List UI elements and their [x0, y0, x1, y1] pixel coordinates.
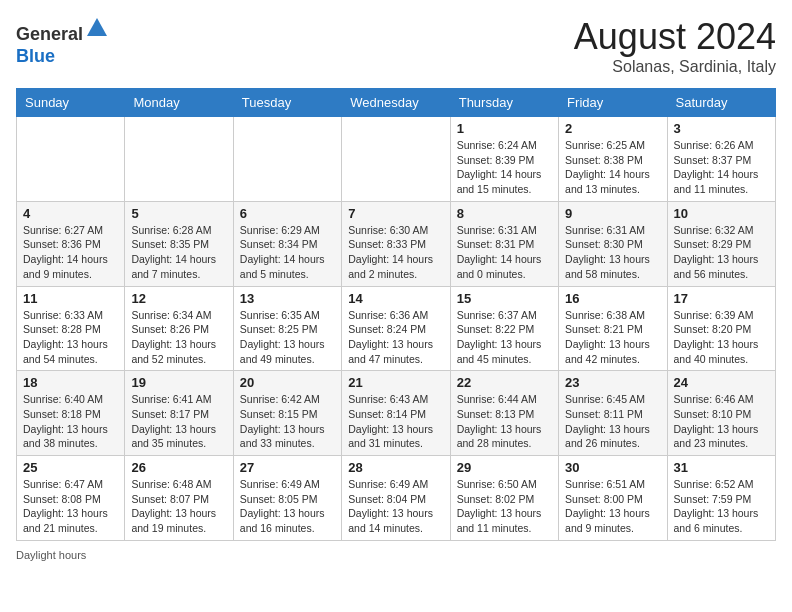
weekday-header: Monday	[125, 89, 233, 117]
day-info: Sunrise: 6:43 AMSunset: 8:14 PMDaylight:…	[348, 392, 443, 451]
day-info: Sunrise: 6:30 AMSunset: 8:33 PMDaylight:…	[348, 223, 443, 282]
day-info: Sunrise: 6:45 AMSunset: 8:11 PMDaylight:…	[565, 392, 660, 451]
calendar-cell: 20Sunrise: 6:42 AMSunset: 8:15 PMDayligh…	[233, 371, 341, 456]
calendar-cell	[125, 117, 233, 202]
day-number: 9	[565, 206, 660, 221]
calendar-cell: 25Sunrise: 6:47 AMSunset: 8:08 PMDayligh…	[17, 456, 125, 541]
day-number: 13	[240, 291, 335, 306]
calendar-cell	[342, 117, 450, 202]
calendar-cell: 6Sunrise: 6:29 AMSunset: 8:34 PMDaylight…	[233, 201, 341, 286]
day-info: Sunrise: 6:37 AMSunset: 8:22 PMDaylight:…	[457, 308, 552, 367]
day-number: 12	[131, 291, 226, 306]
day-number: 10	[674, 206, 769, 221]
calendar-cell: 24Sunrise: 6:46 AMSunset: 8:10 PMDayligh…	[667, 371, 775, 456]
day-info: Sunrise: 6:31 AMSunset: 8:30 PMDaylight:…	[565, 223, 660, 282]
day-number: 1	[457, 121, 552, 136]
day-info: Sunrise: 6:41 AMSunset: 8:17 PMDaylight:…	[131, 392, 226, 451]
logo-icon	[85, 16, 109, 40]
day-info: Sunrise: 6:50 AMSunset: 8:02 PMDaylight:…	[457, 477, 552, 536]
calendar-cell: 23Sunrise: 6:45 AMSunset: 8:11 PMDayligh…	[559, 371, 667, 456]
svg-marker-0	[87, 18, 107, 36]
day-info: Sunrise: 6:29 AMSunset: 8:34 PMDaylight:…	[240, 223, 335, 282]
calendar-cell: 7Sunrise: 6:30 AMSunset: 8:33 PMDaylight…	[342, 201, 450, 286]
day-number: 29	[457, 460, 552, 475]
calendar-cell: 29Sunrise: 6:50 AMSunset: 8:02 PMDayligh…	[450, 456, 558, 541]
day-number: 23	[565, 375, 660, 390]
weekday-header-row: SundayMondayTuesdayWednesdayThursdayFrid…	[17, 89, 776, 117]
weekday-header: Friday	[559, 89, 667, 117]
weekday-header: Tuesday	[233, 89, 341, 117]
day-number: 14	[348, 291, 443, 306]
calendar-week-row: 25Sunrise: 6:47 AMSunset: 8:08 PMDayligh…	[17, 456, 776, 541]
location-subtitle: Solanas, Sardinia, Italy	[574, 58, 776, 76]
day-info: Sunrise: 6:40 AMSunset: 8:18 PMDaylight:…	[23, 392, 118, 451]
weekday-header: Sunday	[17, 89, 125, 117]
day-number: 3	[674, 121, 769, 136]
day-number: 6	[240, 206, 335, 221]
footer: Daylight hours	[16, 549, 776, 561]
day-number: 4	[23, 206, 118, 221]
day-info: Sunrise: 6:36 AMSunset: 8:24 PMDaylight:…	[348, 308, 443, 367]
calendar-cell: 16Sunrise: 6:38 AMSunset: 8:21 PMDayligh…	[559, 286, 667, 371]
day-number: 25	[23, 460, 118, 475]
month-year-title: August 2024	[574, 16, 776, 58]
day-number: 15	[457, 291, 552, 306]
day-info: Sunrise: 6:34 AMSunset: 8:26 PMDaylight:…	[131, 308, 226, 367]
calendar-week-row: 4Sunrise: 6:27 AMSunset: 8:36 PMDaylight…	[17, 201, 776, 286]
day-number: 7	[348, 206, 443, 221]
day-number: 28	[348, 460, 443, 475]
day-number: 20	[240, 375, 335, 390]
calendar-cell: 28Sunrise: 6:49 AMSunset: 8:04 PMDayligh…	[342, 456, 450, 541]
day-number: 8	[457, 206, 552, 221]
calendar-cell: 1Sunrise: 6:24 AMSunset: 8:39 PMDaylight…	[450, 117, 558, 202]
calendar-cell: 15Sunrise: 6:37 AMSunset: 8:22 PMDayligh…	[450, 286, 558, 371]
calendar-cell: 18Sunrise: 6:40 AMSunset: 8:18 PMDayligh…	[17, 371, 125, 456]
day-number: 2	[565, 121, 660, 136]
day-info: Sunrise: 6:32 AMSunset: 8:29 PMDaylight:…	[674, 223, 769, 282]
calendar-cell: 10Sunrise: 6:32 AMSunset: 8:29 PMDayligh…	[667, 201, 775, 286]
day-info: Sunrise: 6:47 AMSunset: 8:08 PMDaylight:…	[23, 477, 118, 536]
calendar-cell: 2Sunrise: 6:25 AMSunset: 8:38 PMDaylight…	[559, 117, 667, 202]
day-number: 31	[674, 460, 769, 475]
day-info: Sunrise: 6:39 AMSunset: 8:20 PMDaylight:…	[674, 308, 769, 367]
calendar-cell: 21Sunrise: 6:43 AMSunset: 8:14 PMDayligh…	[342, 371, 450, 456]
day-info: Sunrise: 6:31 AMSunset: 8:31 PMDaylight:…	[457, 223, 552, 282]
day-number: 17	[674, 291, 769, 306]
calendar-cell: 12Sunrise: 6:34 AMSunset: 8:26 PMDayligh…	[125, 286, 233, 371]
day-number: 19	[131, 375, 226, 390]
day-number: 5	[131, 206, 226, 221]
day-number: 24	[674, 375, 769, 390]
calendar-cell: 4Sunrise: 6:27 AMSunset: 8:36 PMDaylight…	[17, 201, 125, 286]
logo-general: General	[16, 24, 83, 44]
calendar-cell: 27Sunrise: 6:49 AMSunset: 8:05 PMDayligh…	[233, 456, 341, 541]
day-info: Sunrise: 6:33 AMSunset: 8:28 PMDaylight:…	[23, 308, 118, 367]
day-info: Sunrise: 6:44 AMSunset: 8:13 PMDaylight:…	[457, 392, 552, 451]
day-info: Sunrise: 6:28 AMSunset: 8:35 PMDaylight:…	[131, 223, 226, 282]
calendar-cell: 17Sunrise: 6:39 AMSunset: 8:20 PMDayligh…	[667, 286, 775, 371]
day-number: 27	[240, 460, 335, 475]
calendar-cell: 14Sunrise: 6:36 AMSunset: 8:24 PMDayligh…	[342, 286, 450, 371]
weekday-header: Saturday	[667, 89, 775, 117]
day-info: Sunrise: 6:51 AMSunset: 8:00 PMDaylight:…	[565, 477, 660, 536]
calendar-cell: 5Sunrise: 6:28 AMSunset: 8:35 PMDaylight…	[125, 201, 233, 286]
day-number: 26	[131, 460, 226, 475]
day-info: Sunrise: 6:35 AMSunset: 8:25 PMDaylight:…	[240, 308, 335, 367]
weekday-header: Wednesday	[342, 89, 450, 117]
day-number: 30	[565, 460, 660, 475]
day-number: 18	[23, 375, 118, 390]
day-number: 11	[23, 291, 118, 306]
day-info: Sunrise: 6:49 AMSunset: 8:04 PMDaylight:…	[348, 477, 443, 536]
calendar-cell: 3Sunrise: 6:26 AMSunset: 8:37 PMDaylight…	[667, 117, 775, 202]
day-info: Sunrise: 6:26 AMSunset: 8:37 PMDaylight:…	[674, 138, 769, 197]
calendar-cell: 19Sunrise: 6:41 AMSunset: 8:17 PMDayligh…	[125, 371, 233, 456]
page-header: General Blue August 2024 Solanas, Sardin…	[16, 16, 776, 76]
day-info: Sunrise: 6:49 AMSunset: 8:05 PMDaylight:…	[240, 477, 335, 536]
calendar-week-row: 18Sunrise: 6:40 AMSunset: 8:18 PMDayligh…	[17, 371, 776, 456]
logo: General Blue	[16, 16, 109, 67]
calendar-week-row: 11Sunrise: 6:33 AMSunset: 8:28 PMDayligh…	[17, 286, 776, 371]
day-info: Sunrise: 6:27 AMSunset: 8:36 PMDaylight:…	[23, 223, 118, 282]
calendar-cell	[233, 117, 341, 202]
day-info: Sunrise: 6:52 AMSunset: 7:59 PMDaylight:…	[674, 477, 769, 536]
day-info: Sunrise: 6:46 AMSunset: 8:10 PMDaylight:…	[674, 392, 769, 451]
logo-text: General Blue	[16, 16, 109, 67]
